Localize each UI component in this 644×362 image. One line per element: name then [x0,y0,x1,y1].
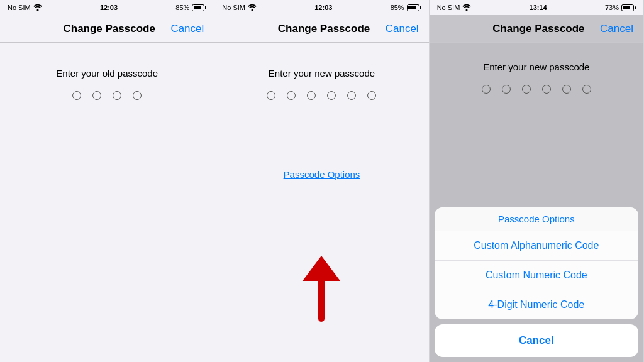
passcode-prompt-3: Enter your new passcode [483,62,589,72]
red-arrow [299,253,343,324]
status-right-3: 73% [605,4,636,11]
nav-bar-2: Change Passcode Cancel [214,15,428,43]
wifi-icon-2 [248,4,257,12]
status-bar-2: No SIM 12:03 85% [214,0,428,15]
action-sheet-item-custom-alphanumeric[interactable]: Custom Alphanumeric Code [435,231,638,261]
cancel-button-1[interactable]: Cancel [170,23,204,35]
status-left-3: No SIM [437,4,472,12]
dot-2 [92,91,101,100]
nav-title-2: Change Passcode [278,23,370,35]
wifi-icon-1 [33,4,42,12]
nav-title-3: Change Passcode [492,23,584,35]
dot-3-6 [582,85,591,94]
battery-percent-3: 73% [605,4,619,11]
passcode-prompt-1: Enter your old passcode [56,68,158,79]
nav-bar-3: Change Passcode Cancel [430,15,643,43]
passcode-options-link[interactable]: Passcode Options [284,169,360,180]
svg-point-4 [466,9,468,11]
battery-icon-1 [192,4,206,11]
dot-3-5 [562,85,571,94]
svg-point-1 [252,9,253,11]
svg-point-0 [36,9,38,11]
battery-icon-2 [407,4,421,11]
content-area-2: Enter your new passcode Passcode Options [214,43,428,362]
svg-marker-3 [303,256,340,281]
no-sim-label-3: No SIM [437,4,460,11]
no-sim-label-2: No SIM [222,4,245,11]
dot-2-2 [287,91,296,100]
cancel-button-3[interactable]: Cancel [600,23,633,35]
status-time-3: 13:14 [530,4,547,11]
status-time-1: 12:03 [100,4,118,11]
status-left-2: No SIM [222,4,257,12]
dot-3-1 [482,85,491,94]
panel-action-sheet: No SIM 13:14 73% Change Passcode Cancel … [430,0,644,362]
passcode-prompt-2: Enter your new passcode [269,68,375,79]
status-bar-1: No SIM 12:03 85% [0,0,214,15]
battery-percent-1: 85% [175,4,189,11]
dot-4 [133,91,142,100]
wifi-icon-3 [462,4,471,12]
dot-3-4 [542,85,551,94]
status-bar-3: No SIM 13:14 73% [430,0,643,15]
action-sheet-item-custom-numeric[interactable]: Custom Numeric Code [435,261,638,290]
action-sheet: Passcode Options Custom Alphanumeric Cod… [430,207,643,362]
dot-3-2 [502,85,511,94]
dot-2-6 [367,91,376,100]
panel-old-passcode: No SIM 12:03 85% Change Passcode Cancel … [0,0,214,362]
status-right-1: 85% [175,4,206,11]
battery-percent-2: 85% [391,4,404,11]
dot-2-1 [267,91,275,100]
content-area-1: Enter your old passcode [0,43,214,362]
status-time-2: 12:03 [314,4,332,11]
dot-1 [72,91,81,100]
dots-row-2 [267,91,376,100]
nav-bar-1: Change Passcode Cancel [0,15,214,43]
nav-title-1: Change Passcode [63,23,155,35]
dots-row-3 [482,85,591,94]
cancel-button-2[interactable]: Cancel [386,23,419,35]
dots-row-1 [72,91,142,100]
action-sheet-item-4digit[interactable]: 4-Digit Numeric Code [435,290,638,319]
action-sheet-group: Passcode Options Custom Alphanumeric Cod… [435,207,638,319]
action-sheet-cancel-button[interactable]: Cancel [435,324,638,357]
dot-3-3 [522,85,531,94]
battery-icon-3 [621,4,636,11]
status-right-2: 85% [391,4,421,11]
status-left-1: No SIM [8,4,42,12]
dot-3 [113,91,121,100]
dot-2-4 [327,91,336,100]
dot-2-5 [347,91,356,100]
dot-2-3 [307,91,316,100]
no-sim-label-1: No SIM [8,4,31,11]
action-sheet-header: Passcode Options [435,207,638,231]
panel-new-passcode: No SIM 12:03 85% Change Passcode Cancel … [214,0,429,362]
